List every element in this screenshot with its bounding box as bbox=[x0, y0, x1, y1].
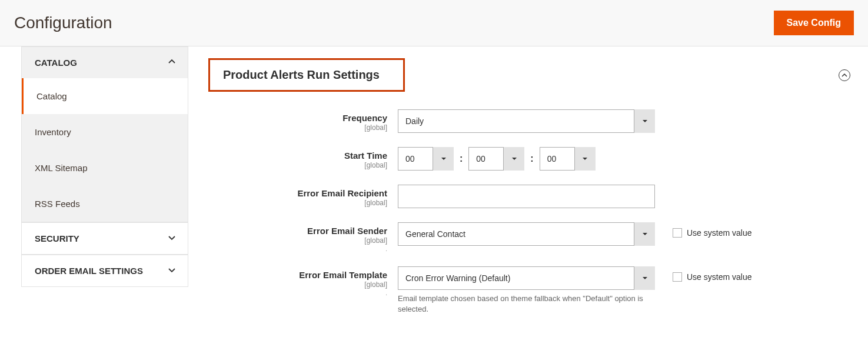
label-cell: Error Email Template [global] . bbox=[198, 266, 398, 296]
form-table: Frequency [global] Daily bbox=[198, 109, 850, 315]
nav-items-catalog: Catalog Inventory XML Sitemap RSS Feeds bbox=[22, 78, 188, 222]
form-row-frequency: Frequency [global] Daily bbox=[198, 109, 850, 133]
start-time-hour-select[interactable]: 00 bbox=[398, 147, 454, 171]
chevron-down-icon bbox=[168, 266, 176, 276]
nav-group-security: SECURITY bbox=[21, 222, 188, 255]
control-cell: General Contact Use system value bbox=[398, 222, 850, 246]
page-title: Configuration bbox=[14, 14, 112, 32]
content-area: Product Alerts Run Settings Frequency [g… bbox=[188, 46, 868, 335]
sidebar-item-xml-sitemap[interactable]: XML Sitemap bbox=[22, 150, 188, 186]
nav-group-header-catalog[interactable]: CATALOG bbox=[22, 46, 188, 78]
field-label: Error Email Template bbox=[198, 270, 387, 280]
form-row-error-template: Error Email Template [global] . Cron Err… bbox=[198, 266, 850, 315]
chevron-up-icon bbox=[168, 58, 176, 68]
footnote-dot: . bbox=[198, 246, 387, 252]
nav-group-label: CATALOG bbox=[35, 58, 77, 68]
main-container: CATALOG Catalog Inventory XML Sitemap RS… bbox=[0, 46, 868, 335]
save-config-button[interactable]: Save Config bbox=[774, 11, 854, 35]
label-cell: Error Email Sender [global] . bbox=[198, 222, 398, 252]
sidebar: CATALOG Catalog Inventory XML Sitemap RS… bbox=[0, 46, 188, 335]
start-time-second-select[interactable]: 00 bbox=[540, 147, 596, 171]
error-recipient-input[interactable] bbox=[398, 185, 655, 208]
time-separator: : bbox=[530, 153, 533, 164]
control-cell: Daily bbox=[398, 109, 850, 133]
nav-group-header-security[interactable]: SECURITY bbox=[22, 222, 188, 254]
footnote-dot: . bbox=[198, 290, 387, 296]
field-label: Start Time bbox=[198, 151, 387, 161]
section-title-highlight: Product Alerts Run Settings bbox=[208, 58, 405, 92]
field-scope: [global] bbox=[198, 280, 387, 289]
frequency-select[interactable]: Daily bbox=[398, 109, 655, 133]
field-label: Error Email Recipient bbox=[198, 188, 387, 198]
start-time-minute-select[interactable]: 00 bbox=[468, 147, 524, 171]
section-title: Product Alerts Run Settings bbox=[223, 68, 380, 82]
select-wrap: 00 bbox=[540, 147, 596, 171]
form-row-error-recipient: Error Email Recipient [global] bbox=[198, 185, 850, 208]
use-system-checkbox-sender[interactable] bbox=[673, 228, 682, 238]
field-scope: [global] bbox=[198, 199, 387, 207]
select-wrap: 00 bbox=[398, 147, 454, 171]
field-scope: [global] bbox=[198, 236, 387, 245]
nav-group-catalog: CATALOG Catalog Inventory XML Sitemap RS… bbox=[21, 46, 188, 222]
chevron-down-icon bbox=[168, 233, 176, 243]
use-system-label[interactable]: Use system value bbox=[687, 272, 751, 282]
use-system-wrap: Use system value bbox=[673, 266, 751, 282]
field-scope: [global] bbox=[198, 161, 387, 169]
select-wrap: Cron Error Warning (Default) bbox=[398, 266, 655, 290]
help-text: Email template chosen based on theme fal… bbox=[398, 293, 655, 315]
nav-group-label: ORDER EMAIL SETTINGS bbox=[35, 266, 143, 276]
field-label: Error Email Sender bbox=[198, 226, 387, 236]
form-row-error-sender: Error Email Sender [global] . General Co… bbox=[198, 222, 850, 252]
select-wrap: General Contact bbox=[398, 222, 655, 246]
use-system-wrap: Use system value bbox=[673, 222, 751, 238]
page-header: Configuration Save Config bbox=[0, 0, 868, 46]
time-separator: : bbox=[460, 153, 463, 164]
label-cell: Start Time [global] bbox=[198, 147, 398, 169]
collapse-section-button[interactable] bbox=[839, 69, 850, 81]
field-scope: [global] bbox=[198, 123, 387, 132]
error-template-select[interactable]: Cron Error Warning (Default) bbox=[398, 266, 655, 290]
error-sender-select[interactable]: General Contact bbox=[398, 222, 655, 246]
select-wrap: Daily bbox=[398, 109, 655, 133]
sidebar-item-inventory[interactable]: Inventory bbox=[22, 114, 188, 150]
nav-group-label: SECURITY bbox=[35, 233, 79, 243]
control-cell bbox=[398, 185, 850, 208]
control-cell: Cron Error Warning (Default) Email templ… bbox=[398, 266, 850, 315]
nav-group-order-email: ORDER EMAIL SETTINGS bbox=[21, 255, 188, 287]
form-row-start-time: Start Time [global] 00 : 00 bbox=[198, 147, 850, 171]
section-header: Product Alerts Run Settings bbox=[198, 46, 850, 109]
label-cell: Error Email Recipient [global] bbox=[198, 185, 398, 207]
nav-group-header-order-email[interactable]: ORDER EMAIL SETTINGS bbox=[22, 255, 188, 286]
control-cell: 00 : 00 : 00 bbox=[398, 147, 850, 171]
use-system-checkbox-template[interactable] bbox=[673, 272, 682, 282]
field-label: Frequency bbox=[198, 113, 387, 123]
select-wrap: 00 bbox=[468, 147, 524, 171]
sidebar-item-catalog[interactable]: Catalog bbox=[22, 78, 188, 114]
sidebar-item-rss-feeds[interactable]: RSS Feeds bbox=[22, 186, 188, 222]
label-cell: Frequency [global] bbox=[198, 109, 398, 132]
use-system-label[interactable]: Use system value bbox=[687, 228, 751, 238]
time-group: 00 : 00 : 00 bbox=[398, 147, 596, 171]
